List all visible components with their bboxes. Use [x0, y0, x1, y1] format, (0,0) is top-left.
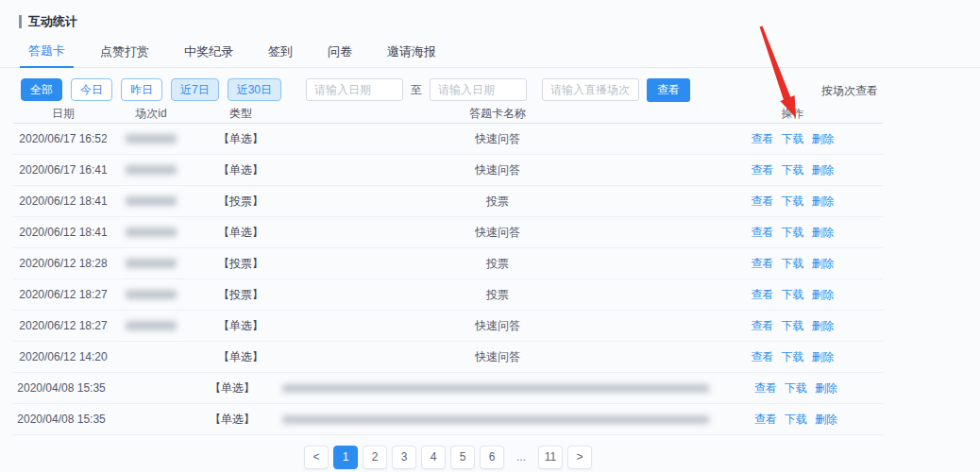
redacted-session-id — [126, 196, 177, 206]
row-date: 2020/06/12 18:41 — [13, 226, 113, 239]
row-session-id — [113, 228, 189, 237]
view-link[interactable]: 查看 — [752, 194, 774, 208]
row-card-name: 投票 — [293, 256, 702, 272]
row-type: 【单选】 — [189, 225, 293, 241]
redacted-session-id — [126, 259, 177, 268]
row-card-name: 投票 — [293, 194, 702, 210]
download-link[interactable]: 下载 — [782, 319, 804, 332]
table-row: 2020/06/12 14:20【单选】快速问答查看下载删除 — [13, 342, 883, 373]
page-button-5[interactable]: 5 — [450, 446, 475, 469]
delete-link[interactable]: 删除 — [812, 350, 835, 363]
row-actions: 查看下载删除 — [709, 412, 883, 428]
view-link[interactable]: 查看 — [752, 319, 774, 332]
quick-range-last-30-days[interactable]: 近30日 — [228, 78, 281, 101]
quick-range-today[interactable]: 今日 — [71, 78, 112, 101]
download-link[interactable]: 下载 — [782, 132, 804, 145]
page-button-1[interactable]: 1 — [333, 446, 358, 469]
row-actions: 查看下载删除 — [702, 287, 883, 303]
redacted-card-name — [282, 384, 709, 393]
view-link[interactable]: 查看 — [752, 226, 774, 239]
row-type: 【单选】 — [189, 131, 293, 147]
date-range-to-label: 至 — [411, 82, 422, 98]
page-button-11[interactable]: 11 — [538, 446, 563, 469]
quick-range-group: 全部今日昨日近7日近30日 — [21, 78, 290, 101]
table-row: 2020/06/12 18:41【投票】投票查看下载删除 — [13, 186, 883, 217]
delete-link[interactable]: 删除 — [815, 413, 837, 426]
tab-like-reward[interactable]: 点赞打赏 — [92, 43, 158, 67]
view-link[interactable]: 查看 — [752, 288, 774, 301]
view-link[interactable]: 查看 — [752, 132, 774, 145]
page-button-3[interactable]: 3 — [392, 446, 416, 469]
row-actions: 查看下载删除 — [702, 131, 883, 147]
delete-link[interactable]: 删除 — [812, 226, 835, 239]
tab-answer-card[interactable]: 答题卡 — [20, 42, 74, 68]
row-date: 2020/06/17 16:41 — [13, 163, 113, 177]
next-page-button[interactable]: > — [567, 446, 592, 469]
download-link[interactable]: 下载 — [785, 413, 807, 426]
redacted-session-id — [126, 290, 177, 299]
tab-lottery-record[interactable]: 中奖纪录 — [176, 43, 242, 67]
tab-bar: 答题卡点赞打赏中奖纪录签到问卷邀请海报 — [0, 44, 980, 68]
row-type: 【单选】 — [189, 318, 293, 334]
page-title: 互动统计 — [28, 13, 77, 30]
view-link[interactable]: 查看 — [752, 257, 774, 270]
quick-range-yesterday[interactable]: 昨日 — [121, 78, 162, 101]
download-link[interactable]: 下载 — [782, 163, 804, 177]
quick-range-last-7-days[interactable]: 近7日 — [171, 78, 219, 101]
download-link[interactable]: 下载 — [782, 288, 804, 301]
row-type: 【投票】 — [189, 256, 293, 272]
view-by-session-link[interactable]: 按场次查看 — [821, 83, 878, 99]
download-link[interactable]: 下载 — [782, 194, 804, 208]
row-actions: 查看下载删除 — [702, 162, 883, 178]
row-type: 【单选】 — [182, 412, 282, 428]
quick-range-all[interactable]: 全部 — [21, 78, 62, 101]
row-session-id — [113, 196, 189, 206]
page-header: 互动统计 — [0, 0, 980, 30]
row-card-name: 快速问答 — [293, 225, 702, 241]
row-type: 【投票】 — [189, 194, 293, 210]
delete-link[interactable]: 删除 — [812, 194, 835, 208]
tab-questionnaire[interactable]: 问卷 — [319, 43, 361, 67]
view-link[interactable]: 查看 — [752, 350, 774, 363]
view-link[interactable]: 查看 — [754, 413, 777, 426]
row-type: 【单选】 — [189, 162, 293, 178]
page-button-2[interactable]: 2 — [363, 446, 387, 469]
table-row: 2020/04/08 15:35【单选】查看下载删除 — [13, 404, 883, 435]
table-row: 2020/06/17 16:41【单选】快速问答查看下载删除 — [13, 155, 883, 186]
date-from-input[interactable] — [306, 78, 403, 101]
pagination: <123456...11> — [13, 446, 883, 469]
page-button-6[interactable]: 6 — [480, 446, 504, 469]
column-header-action: 操作 — [702, 106, 883, 122]
date-to-input[interactable] — [430, 78, 527, 101]
delete-link[interactable]: 删除 — [812, 257, 835, 270]
row-type: 【单选】 — [182, 380, 282, 396]
delete-link[interactable]: 删除 — [812, 319, 835, 332]
prev-page-button[interactable]: < — [304, 446, 329, 469]
delete-link[interactable]: 删除 — [812, 163, 835, 177]
page-button-4[interactable]: 4 — [421, 446, 446, 469]
table-row: 2020/06/12 18:27【投票】投票查看下载删除 — [13, 279, 883, 311]
row-card-name — [282, 415, 709, 424]
download-link[interactable]: 下载 — [782, 350, 804, 363]
delete-link[interactable]: 删除 — [812, 132, 835, 145]
tab-check-in[interactable]: 签到 — [260, 43, 301, 67]
row-date: 2020/06/17 16:52 — [13, 132, 113, 145]
row-date: 2020/06/12 18:41 — [13, 194, 113, 208]
view-link[interactable]: 查看 — [754, 381, 777, 395]
row-date: 2020/06/12 18:27 — [13, 319, 113, 332]
download-link[interactable]: 下载 — [785, 381, 807, 395]
view-link[interactable]: 查看 — [752, 163, 774, 177]
row-actions: 查看下载删除 — [702, 318, 883, 334]
row-card-name: 投票 — [293, 287, 702, 303]
row-actions: 查看下载删除 — [702, 194, 883, 210]
column-header-type: 类型 — [189, 106, 293, 122]
delete-link[interactable]: 删除 — [812, 288, 835, 301]
delete-link[interactable]: 删除 — [815, 381, 837, 395]
download-link[interactable]: 下载 — [782, 226, 804, 239]
tab-invite-poster[interactable]: 邀请海报 — [379, 43, 445, 67]
search-button[interactable]: 查看 — [647, 78, 690, 102]
row-card-name: 快速问答 — [293, 349, 702, 365]
session-id-input[interactable] — [542, 78, 639, 101]
download-link[interactable]: 下载 — [782, 257, 804, 270]
title-accent-bar — [19, 15, 22, 28]
